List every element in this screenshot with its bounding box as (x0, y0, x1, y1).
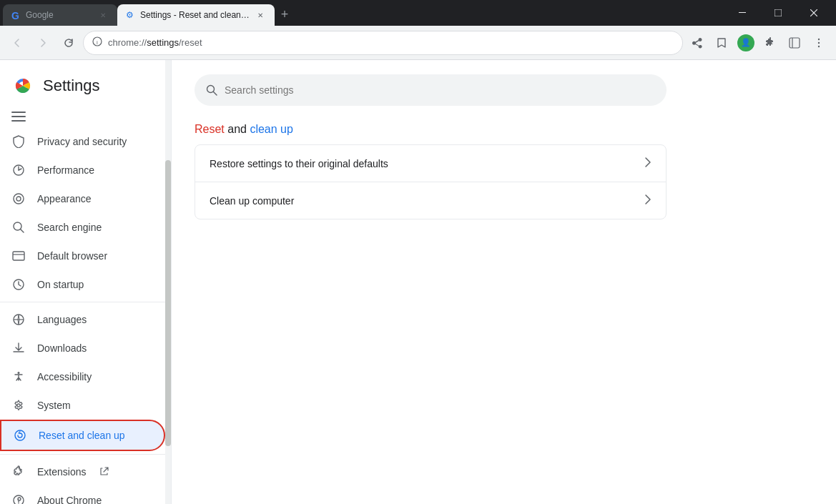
privacy-icon (11, 134, 26, 149)
sidebar-item-downloads[interactable]: Downloads (0, 334, 165, 362)
appearance-icon (11, 192, 26, 206)
sidebar-label-appearance: Appearance (37, 193, 92, 204)
address-host: settings (147, 37, 179, 48)
sidebar-item-system[interactable]: System (0, 391, 165, 420)
sidebar-label-system: System (37, 400, 71, 411)
browser-frame: G Google ✕ ⚙ Settings - Reset and clean … (0, 0, 836, 504)
page-content: Reset and clean up Restore settings to t… (172, 60, 836, 504)
sidebar: Settings Privacy and security Performanc (0, 60, 172, 504)
new-tab-button[interactable]: + (275, 4, 295, 24)
sidebar-item-privacy[interactable]: Privacy and security (0, 127, 165, 156)
search-input[interactable] (225, 84, 655, 96)
svg-line-17 (21, 229, 24, 233)
bookmark-button[interactable] (710, 31, 733, 54)
tab-google-title: Google (26, 10, 93, 20)
sidebar-scrollbar-track[interactable] (165, 60, 171, 504)
sidebar-item-performance[interactable]: Performance (0, 156, 165, 184)
sidebar-item-extensions[interactable]: Extensions (0, 458, 165, 486)
reload-button[interactable] (57, 31, 80, 54)
chrome-logo (11, 74, 34, 97)
svg-point-23 (18, 372, 20, 374)
svg-rect-6 (790, 38, 800, 48)
main-content: Settings Privacy and security Performanc (0, 60, 836, 504)
performance-icon (11, 163, 26, 177)
section-title-and: and (225, 123, 250, 135)
address-text: chrome://settings/reset (108, 37, 202, 48)
sidebar-item-on-startup[interactable]: On startup (0, 270, 165, 299)
menu-button[interactable] (807, 31, 830, 54)
toolbar-right: 👤 (686, 31, 830, 54)
tab-bar: G Google ✕ ⚙ Settings - Reset and clean … (0, 0, 720, 26)
svg-rect-1 (774, 9, 782, 16)
restore-settings-arrow (644, 157, 651, 170)
window-controls (720, 0, 836, 26)
sidebar-item-default-browser[interactable]: Default browser (0, 242, 165, 270)
google-favicon: G (11, 10, 21, 20)
svg-text:i: i (97, 39, 98, 46)
sidebar-scrollbar-thumb[interactable] (165, 160, 171, 446)
share-button[interactable] (686, 31, 709, 54)
search-container (195, 74, 813, 106)
sidebar-label-about: About Chrome (37, 495, 102, 504)
sidebar-item-languages[interactable]: Languages (0, 305, 165, 334)
sidebar-label-privacy: Privacy and security (37, 136, 127, 147)
sidebar-item-search-engine[interactable]: Search engine (0, 213, 165, 242)
address-security-icon: i (92, 36, 102, 49)
sidebar-item-reset[interactable]: Reset and clean up (0, 420, 165, 451)
sidebar-label-default-browser: Default browser (37, 250, 107, 262)
sidebar-label-on-startup: On startup (37, 279, 84, 290)
forward-button[interactable] (31, 31, 54, 54)
svg-line-29 (214, 92, 217, 96)
sidebar-label-search-engine: Search engine (37, 222, 102, 233)
sidebar-menu-lines[interactable] (0, 109, 171, 127)
about-icon (11, 493, 26, 504)
external-link-icon (100, 467, 109, 478)
svg-point-14 (14, 194, 24, 204)
address-scheme: chrome:// (108, 37, 147, 48)
sidebar-label-reset: Reset and clean up (39, 430, 125, 441)
back-button[interactable] (6, 31, 29, 54)
sidebar-divider-2 (0, 454, 171, 455)
downloads-icon (11, 341, 26, 355)
title-bar: G Google ✕ ⚙ Settings - Reset and clean … (0, 0, 836, 26)
search-bar-icon (206, 84, 217, 96)
tab-settings[interactable]: ⚙ Settings - Reset and clean up ✕ (117, 4, 275, 26)
reset-icon (13, 428, 27, 443)
settings-card: Restore settings to their original defau… (195, 144, 667, 219)
tab-google[interactable]: G Google ✕ (3, 4, 117, 26)
tab-settings-title: Settings - Reset and clean up (140, 10, 250, 20)
sidebar-item-appearance[interactable]: Appearance (0, 184, 165, 213)
search-bar[interactable] (195, 74, 667, 106)
svg-rect-18 (13, 252, 24, 260)
sidebar-item-accessibility[interactable]: Accessibility (0, 362, 165, 391)
sidebar-header: Settings (0, 66, 171, 109)
restore-settings-item[interactable]: Restore settings to their original defau… (195, 145, 666, 182)
svg-point-10 (818, 45, 820, 46)
address-bar[interactable]: i chrome://settings/reset (83, 31, 683, 55)
languages-icon (11, 312, 26, 327)
extensions-puzzle-icon[interactable] (759, 31, 782, 54)
svg-point-24 (17, 404, 20, 407)
sidebar-divider-1 (0, 302, 171, 302)
profile-avatar[interactable]: 👤 (734, 31, 757, 54)
sidebar-item-about[interactable]: About Chrome (0, 486, 165, 504)
section-title-reset: Reset (195, 123, 225, 135)
sidebar-label-accessibility: Accessibility (37, 371, 92, 382)
sidebar-label-languages: Languages (37, 314, 87, 325)
system-icon (11, 398, 26, 412)
tab-settings-close[interactable]: ✕ (255, 9, 266, 21)
search-engine-icon (11, 220, 26, 234)
tab-google-close[interactable]: ✕ (97, 9, 109, 21)
minimize-button[interactable] (726, 1, 759, 24)
sidebar-label-downloads: Downloads (37, 342, 87, 354)
on-startup-icon (11, 277, 26, 292)
address-path: /reset (179, 37, 202, 48)
sidebar-label-performance: Performance (37, 164, 94, 176)
maximize-button[interactable] (762, 1, 795, 24)
extensions-icon (11, 465, 26, 479)
close-button[interactable] (797, 1, 830, 24)
cleanup-computer-label: Clean up computer (210, 195, 644, 207)
cleanup-computer-item[interactable]: Clean up computer (195, 182, 666, 219)
svg-point-15 (16, 197, 21, 201)
sidebar-toggle-button[interactable] (783, 31, 806, 54)
